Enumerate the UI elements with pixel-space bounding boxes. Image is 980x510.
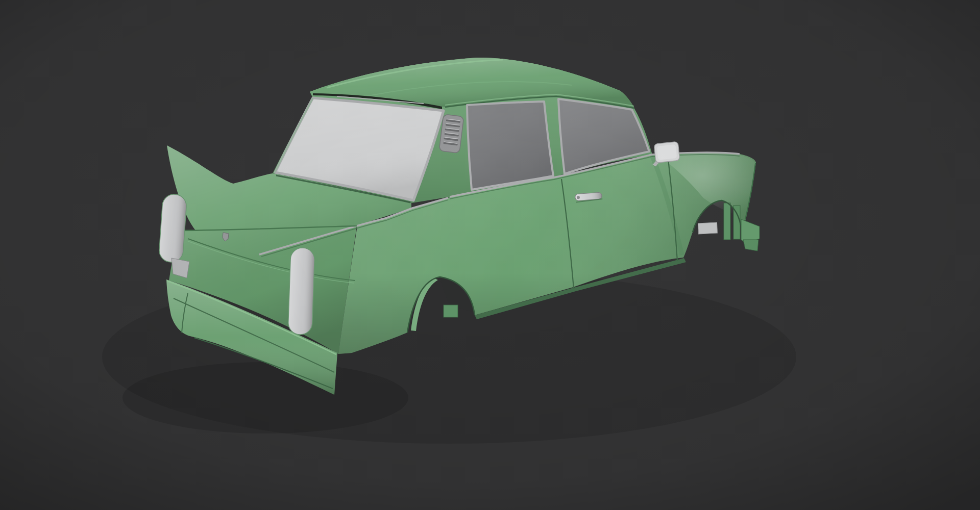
arch-sill-plate	[698, 222, 718, 234]
bumper-shadow	[122, 362, 408, 434]
viewport-render	[0, 0, 980, 510]
3d-viewport[interactable]	[0, 0, 980, 510]
door-window-shading	[467, 101, 553, 190]
arch-bracket	[444, 305, 458, 317]
pillar-vent-grille	[439, 114, 463, 153]
headlight-housing-right	[288, 247, 315, 335]
headlight-housing-left	[158, 194, 187, 263]
arch-frame-strip	[724, 203, 730, 240]
